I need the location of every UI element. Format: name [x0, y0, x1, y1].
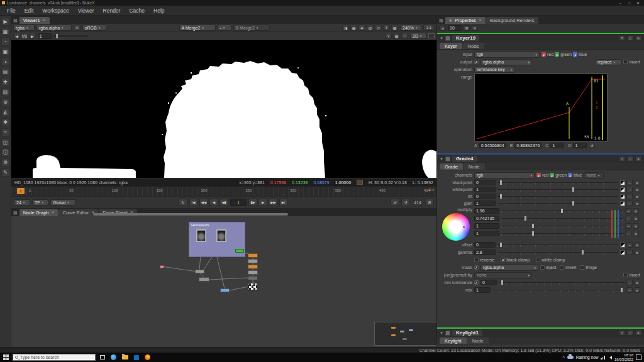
keyer-node-icon[interactable]: ✚ [1, 78, 10, 86]
premult-invert-checkbox[interactable] [623, 273, 628, 277]
knob-slider[interactable] [497, 180, 618, 185]
offset-value-field[interactable]: 0 [474, 242, 496, 248]
tab-keyer[interactable]: Keyer [440, 43, 462, 49]
mask-enable-checkbox[interactable]: ✗ [474, 265, 479, 270]
node-color-chip[interactable] [445, 156, 450, 162]
input-channel-checkbox[interactable]: ✗ green [555, 52, 572, 57]
close-panel-icon[interactable]: ✕ [635, 156, 641, 162]
tab-background-renders[interactable]: Background Renders [486, 17, 538, 24]
pane-menu-icon[interactable]: ▤ [13, 18, 18, 23]
curve-button[interactable]: ~ [626, 280, 633, 285]
node-graph[interactable]: Homework [11, 216, 436, 347]
animation-menu-button[interactable]: ≡ [634, 194, 640, 199]
wipe-icon[interactable]: ◨ [342, 25, 349, 31]
knob-slider[interactable] [497, 194, 618, 199]
weather-text[interactable]: Raining now [576, 355, 599, 359]
checker-background-icon[interactable]: ▦ [350, 25, 357, 31]
tab-keylight[interactable]: Keylight [440, 337, 467, 344]
animation-menu-button[interactable]: ≡ [634, 287, 640, 293]
pane-menu-icon[interactable]: ▤ [13, 211, 18, 216]
transform-node-icon[interactable]: ⊕ [1, 98, 10, 106]
max-panels-field[interactable]: 10 [448, 25, 462, 31]
tab-keylight-node[interactable]: Node [467, 337, 489, 344]
knob-slider[interactable] [497, 187, 618, 192]
wipe-mode-dropdown[interactable]: -▾ [218, 25, 231, 31]
node-name-field[interactable]: Keyer19 [452, 35, 479, 41]
premult-dropdown[interactable]: none▾ [474, 272, 532, 278]
multiply-value-field[interactable]: 1.96 [474, 208, 499, 214]
knob-value-field[interactable]: 0 [474, 194, 496, 199]
taskbar-clock[interactable]: 18:16 16/03/2022 [614, 353, 633, 361]
next-frame-button[interactable]: ▮▶ [248, 199, 257, 206]
animation-menu-button[interactable]: ≡ [634, 250, 640, 255]
gamma-icon[interactable]: γ [385, 33, 392, 39]
play-forward-button[interactable]: ▶ [258, 199, 267, 206]
grade-channel-checkbox[interactable]: ✗ blue [568, 173, 582, 177]
curve-button[interactable]: ~ [626, 287, 633, 293]
play-backward-button[interactable]: ◀ [209, 199, 218, 206]
multiply-slider[interactable] [501, 231, 623, 236]
action-center-icon[interactable] [636, 354, 641, 360]
float-panel-icon[interactable]: □ [627, 35, 633, 41]
mask-option-checkbox[interactable]: inject [540, 265, 556, 270]
curve-button[interactable]: ~ [625, 208, 631, 214]
knob-slider[interactable] [497, 200, 618, 206]
float-panel-icon[interactable]: □ [627, 330, 633, 336]
proxy-toggle[interactable]: 1:1 [423, 25, 435, 31]
bg-color-swatch[interactable] [428, 33, 435, 38]
filter-node-icon[interactable]: ▤ [1, 68, 10, 76]
other-node-icon[interactable]: ✎ [1, 168, 10, 177]
input-dropdown[interactable]: rgb▾ [474, 52, 540, 58]
guides-icon[interactable]: ▥ [367, 25, 374, 31]
color-swatch[interactable] [620, 187, 625, 192]
pause-icon[interactable]: ‖ [383, 25, 390, 31]
maximize-button[interactable]: □ [625, 1, 633, 6]
timeline-mode-dropdown[interactable]: TF▾ [32, 199, 48, 206]
multiply-slider[interactable] [501, 216, 623, 221]
animation-menu-button[interactable]: ≡ [634, 200, 640, 206]
dag-node-green[interactable] [235, 249, 244, 253]
read-node-1[interactable] [196, 229, 206, 242]
tab-viewer1[interactable]: Viewer1 ✕ [19, 17, 50, 24]
input-channel-checkbox[interactable]: ✗ blue [573, 52, 587, 57]
curve-button[interactable]: ~ [626, 194, 633, 199]
collapse-icon[interactable]: ▼ [440, 36, 443, 40]
reset-range-icon[interactable]: ↺ [589, 143, 595, 148]
curve-button[interactable]: ~ [626, 242, 633, 248]
tab-properties[interactable]: ◉ Properties ✕ [445, 17, 486, 24]
dag-node-blue[interactable] [220, 288, 230, 292]
mixlum-enable-checkbox[interactable]: ✗ [474, 280, 479, 285]
grade-channel-checkbox[interactable]: ✗ green [550, 173, 567, 177]
replace-dropdown[interactable]: replace▾ [595, 59, 621, 65]
start-button[interactable] [1, 353, 11, 361]
curve-button[interactable]: ~ [625, 231, 631, 236]
edge-button[interactable] [109, 353, 118, 361]
curve-button[interactable]: ~ [626, 187, 633, 192]
3d-node-icon[interactable]: ◭ [1, 108, 10, 116]
pane-menu-icon[interactable]: ▤ [439, 18, 443, 23]
color-wheel[interactable] [442, 213, 470, 241]
range-point-field[interactable]: D 1 [568, 143, 587, 148]
minimize-button[interactable]: – [616, 1, 625, 6]
color-swatch[interactable] [620, 180, 625, 185]
dag-overview[interactable] [374, 322, 436, 346]
deep-node-icon[interactable]: ≈ [1, 128, 10, 136]
b-input-dropdown[interactable]: B Merge2▾ [233, 25, 270, 31]
dag-node-orange-2[interactable] [248, 265, 258, 269]
particles-node-icon[interactable]: ✱ [1, 118, 10, 126]
close-button[interactable]: ✕ [634, 1, 642, 6]
offset-slider[interactable] [497, 242, 618, 248]
menubar-item[interactable]: Cache [125, 8, 149, 14]
mixlum-slider[interactable] [499, 280, 625, 285]
curve-button[interactable]: ~ [626, 200, 633, 206]
mask-option-checkbox[interactable]: invert [560, 265, 576, 270]
collapse-icon[interactable]: ▼ [440, 331, 443, 335]
channel-dropdown[interactable]: rgba.alpha▾ [36, 25, 72, 31]
tab-node-graph[interactable]: Node Graph✕ [19, 209, 58, 216]
read-node-2[interactable] [216, 229, 226, 242]
view-mode-dropdown[interactable]: 2D▾ [410, 33, 426, 39]
viewer-canvas[interactable] [11, 40, 436, 178]
color-swatch[interactable] [620, 250, 625, 255]
operation-dropdown[interactable]: luminance key▾ [474, 67, 514, 73]
color-node-icon[interactable]: ◑ [1, 58, 10, 66]
